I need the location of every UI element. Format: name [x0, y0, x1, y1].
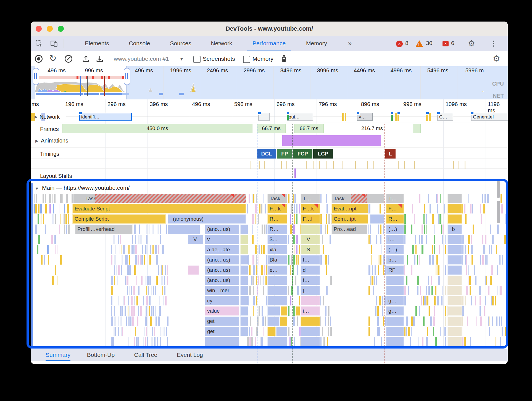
- profile-select[interactable]: www.youtube.com #1: [114, 51, 169, 66]
- flame-seg[interactable]: [447, 204, 462, 213]
- flame-seg[interactable]: [447, 255, 462, 265]
- tab-elements[interactable]: Elements: [80, 36, 114, 51]
- flame-seg[interactable]: [267, 316, 280, 326]
- flame-seg-i[interactable]: i…: [386, 235, 404, 244]
- selection-handle-right[interactable]: [124, 68, 130, 85]
- flame-seg-get[interactable]: get: [205, 327, 239, 336]
- flame-seg[interactable]: [301, 327, 320, 336]
- flame-seg[interactable]: [447, 235, 462, 244]
- kebab-menu-icon[interactable]: ⋮: [490, 39, 497, 48]
- frame-segment[interactable]: 450.0 ms: [62, 124, 252, 133]
- bottom-tab-summary[interactable]: Summary: [46, 349, 70, 361]
- flame-seg[interactable]: [267, 306, 280, 316]
- flame-seg[interactable]: [386, 337, 404, 346]
- flame-seg-v[interactable]: V: [301, 235, 320, 244]
- flame-seg-i[interactable]: i…: [301, 306, 320, 316]
- load-profile-icon[interactable]: [82, 55, 90, 63]
- flame-seg[interactable]: [240, 276, 248, 285]
- flame-seg[interactable]: [370, 214, 384, 224]
- flame-seg-e[interactable]: e…: [267, 265, 287, 275]
- flame-seg-b[interactable]: b…: [386, 255, 404, 265]
- flame-seg[interactable]: [280, 316, 287, 326]
- network-request-fragment[interactable]: [345, 113, 346, 121]
- flame-seg-fk[interactable]: F…k: [301, 204, 320, 213]
- flame-seg[interactable]: [447, 214, 462, 224]
- flame-seg[interactable]: [267, 337, 287, 346]
- flame-seg[interactable]: [240, 245, 248, 254]
- timeline-overview[interactable]: 496 ms996 ms496 ms1996 ms2496 ms2996 ms3…: [31, 66, 508, 100]
- issues-flag-icon[interactable]: ✕: [443, 41, 449, 46]
- flame-seg[interactable]: [267, 286, 287, 295]
- flame-seg-r[interactable]: R…: [386, 214, 404, 224]
- save-profile-icon[interactable]: [96, 55, 104, 63]
- flame-seg[interactable]: [188, 265, 199, 275]
- flame-seg-[interactable]: $…: [267, 235, 287, 244]
- network-request-box[interactable]: gui…: [287, 113, 313, 121]
- bottom-tab-eventlog[interactable]: Event Log: [173, 349, 207, 360]
- flame-seg-value[interactable]: value: [205, 306, 239, 316]
- more-tabs-icon[interactable]: »: [348, 36, 352, 51]
- flame-seg[interactable]: [240, 327, 248, 336]
- flame-seg-g[interactable]: g…: [386, 306, 404, 316]
- tab-sources[interactable]: Sources: [165, 36, 196, 51]
- flame-seg-anonymous[interactable]: (anonymous): [168, 214, 246, 224]
- flame-seg[interactable]: [240, 306, 248, 316]
- flame-seg-f[interactable]: f…: [301, 276, 320, 285]
- flame-seg[interactable]: [386, 276, 404, 285]
- flame-seg[interactable]: [168, 225, 200, 234]
- flame-seg[interactable]: [447, 286, 462, 295]
- flame-seg-comipt[interactable]: Com…ipt: [331, 214, 368, 224]
- main-thread-expander-icon[interactable]: ▼: [35, 186, 39, 191]
- flame-seg[interactable]: [296, 306, 300, 316]
- flame-seg-cy[interactable]: cy: [205, 296, 239, 305]
- tab-network[interactable]: Network: [207, 36, 236, 51]
- bottom-tab-bottomup[interactable]: Bottom-Up: [83, 349, 119, 360]
- flame-seg[interactable]: [301, 316, 320, 326]
- flame-seg[interactable]: [447, 337, 462, 346]
- flame-seg[interactable]: [386, 327, 404, 336]
- vertical-scrollbar-thumb[interactable]: [497, 181, 500, 198]
- flame-seg[interactable]: [447, 306, 462, 316]
- flame-seg[interactable]: [240, 225, 248, 234]
- timing-badge-fp[interactable]: FP: [277, 149, 292, 159]
- collect-garbage-icon[interactable]: [280, 54, 288, 63]
- flame-seg[interactable]: [301, 296, 320, 305]
- tab-console[interactable]: Console: [124, 36, 155, 51]
- flame-seg-anous[interactable]: (ano…us): [205, 255, 239, 265]
- flame-seg-profiliverhead[interactable]: Profili…verhead: [75, 225, 133, 234]
- flame-seg[interactable]: [447, 276, 462, 285]
- flame-seg-d[interactable]: d: [301, 265, 320, 275]
- memory-checkbox[interactable]: [243, 56, 250, 63]
- flame-seg-s[interactable]: S: [301, 245, 320, 254]
- flame-seg-rf[interactable]: RF: [386, 265, 404, 275]
- tab-performance[interactable]: Performance: [247, 36, 291, 51]
- flame-seg-t[interactable]: T…: [386, 194, 404, 203]
- frame-segment[interactable]: 216.7 ms: [354, 124, 390, 133]
- frame-segment[interactable]: 66.7 ms: [294, 124, 324, 133]
- vertical-scrollbar-thumb[interactable]: [497, 201, 500, 223]
- flame-seg[interactable]: [240, 316, 248, 326]
- flame-seg-bla[interactable]: Bla: [267, 255, 287, 265]
- network-request-box[interactable]: identifi…: [79, 113, 132, 121]
- flame-seg[interactable]: [240, 296, 248, 305]
- flame-seg-evaluatescript[interactable]: Evaluate Script: [72, 204, 246, 213]
- flame-seg-r[interactable]: R…: [267, 214, 287, 224]
- frame-segment[interactable]: 66.7 ms: [257, 124, 286, 133]
- flame-seg-anous[interactable]: (ano…us): [205, 225, 239, 234]
- flame-seg-v[interactable]: V: [188, 235, 203, 244]
- flame-seg[interactable]: [240, 286, 248, 295]
- flame-seg-[interactable]: (…: [301, 286, 320, 295]
- flame-seg-f[interactable]: f…: [301, 255, 320, 265]
- tab-memory[interactable]: Memory: [302, 36, 331, 51]
- flame-seg-winmer[interactable]: win…mer: [205, 286, 239, 295]
- animations-expander-icon[interactable]: ▶: [35, 139, 38, 143]
- device-toolbar-icon[interactable]: [50, 40, 58, 48]
- flame-seg-f[interactable]: F…: [386, 204, 404, 213]
- flame-seg[interactable]: [447, 265, 462, 275]
- settings-gear-icon[interactable]: ⚙: [468, 39, 475, 48]
- flame-seg-[interactable]: (…): [386, 245, 404, 254]
- flame-seg-evalript[interactable]: Eval…ript: [331, 204, 368, 213]
- flame-seg-v[interactable]: v: [205, 235, 239, 244]
- timing-badge-lcp[interactable]: LCP: [313, 149, 333, 159]
- network-request-fragment[interactable]: [342, 113, 344, 121]
